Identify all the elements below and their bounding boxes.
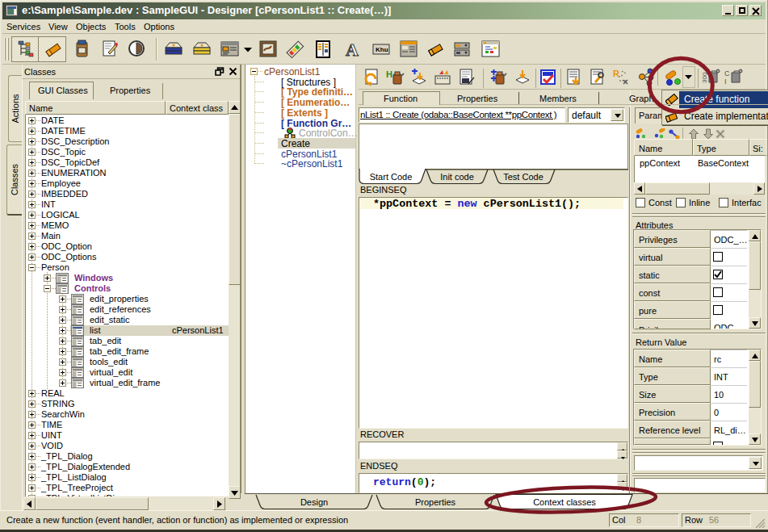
svg-text:Properties: Properties — [415, 497, 456, 507]
svg-text:Khu: Khu — [376, 46, 388, 53]
svg-text:H: H — [386, 69, 392, 79]
svg-text:R: R — [613, 69, 619, 78]
svg-text:Test Code: Test Code — [503, 172, 543, 182]
svg-text:300: 300 — [701, 72, 708, 83]
svg-text:A: A — [346, 40, 359, 59]
svg-text:Init code: Init code — [440, 172, 474, 182]
svg-text:Start Code: Start Code — [370, 172, 413, 182]
svg-text:Design: Design — [300, 497, 328, 507]
svg-text:Context classes: Context classes — [533, 497, 596, 507]
svg-text:I: I — [724, 77, 727, 86]
svg-text:C: C — [724, 69, 730, 77]
